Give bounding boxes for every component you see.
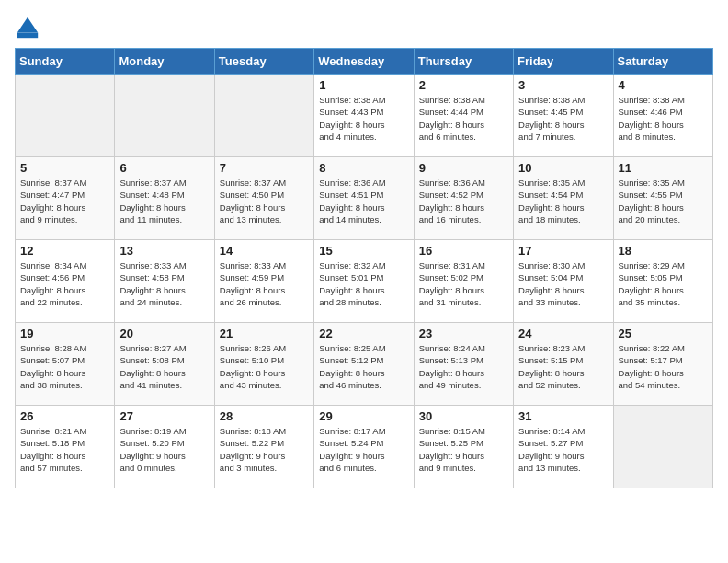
day-number: 21 bbox=[220, 327, 309, 340]
calendar-cell: 28Sunrise: 8:18 AM Sunset: 5:22 PM Dayli… bbox=[214, 406, 313, 488]
calendar-cell: 29Sunrise: 8:17 AM Sunset: 5:24 PM Dayli… bbox=[314, 406, 414, 488]
day-info: Sunrise: 8:38 AM Sunset: 4:46 PM Dayligh… bbox=[619, 94, 708, 143]
day-number: 9 bbox=[419, 161, 508, 175]
day-info: Sunrise: 8:33 AM Sunset: 4:59 PM Dayligh… bbox=[220, 259, 309, 308]
day-info: Sunrise: 8:38 AM Sunset: 4:43 PM Dayligh… bbox=[319, 94, 408, 143]
calendar-cell: 7Sunrise: 8:37 AM Sunset: 4:50 PM Daylig… bbox=[214, 157, 313, 240]
day-number: 24 bbox=[518, 327, 608, 340]
day-number: 20 bbox=[119, 327, 209, 340]
day-number: 27 bbox=[119, 409, 209, 423]
calendar-cell: 9Sunrise: 8:36 AM Sunset: 4:52 PM Daylig… bbox=[414, 157, 513, 240]
day-info: Sunrise: 8:14 AM Sunset: 5:27 PM Dayligh… bbox=[518, 425, 608, 474]
day-number: 31 bbox=[518, 409, 608, 423]
calendar-cell: 18Sunrise: 8:29 AM Sunset: 5:05 PM Dayli… bbox=[613, 240, 712, 323]
calendar-cell: 31Sunrise: 8:14 AM Sunset: 5:27 PM Dayli… bbox=[514, 406, 613, 488]
page-header bbox=[15, 15, 713, 40]
day-number: 13 bbox=[119, 244, 209, 258]
day-info: Sunrise: 8:17 AM Sunset: 5:24 PM Dayligh… bbox=[319, 425, 408, 474]
day-number: 26 bbox=[20, 409, 109, 423]
day-info: Sunrise: 8:18 AM Sunset: 5:22 PM Dayligh… bbox=[220, 425, 309, 474]
day-number: 22 bbox=[319, 327, 408, 340]
weekday-header-monday: Monday bbox=[115, 49, 214, 75]
day-info: Sunrise: 8:38 AM Sunset: 4:45 PM Dayligh… bbox=[518, 94, 608, 143]
day-number: 14 bbox=[220, 244, 309, 258]
day-number: 16 bbox=[419, 244, 508, 258]
calendar-cell: 16Sunrise: 8:31 AM Sunset: 5:02 PM Dayli… bbox=[414, 240, 513, 323]
calendar-cell: 30Sunrise: 8:15 AM Sunset: 5:25 PM Dayli… bbox=[414, 406, 513, 488]
day-info: Sunrise: 8:28 AM Sunset: 5:07 PM Dayligh… bbox=[20, 342, 109, 391]
calendar-week-row: 26Sunrise: 8:21 AM Sunset: 5:18 PM Dayli… bbox=[16, 406, 713, 488]
day-info: Sunrise: 8:37 AM Sunset: 4:47 PM Dayligh… bbox=[20, 177, 109, 225]
day-number: 19 bbox=[20, 327, 109, 340]
day-number: 11 bbox=[619, 161, 708, 175]
day-number: 8 bbox=[319, 161, 408, 175]
day-info: Sunrise: 8:23 AM Sunset: 5:15 PM Dayligh… bbox=[518, 342, 608, 391]
weekday-header-wednesday: Wednesday bbox=[314, 49, 414, 75]
calendar-cell: 1Sunrise: 8:38 AM Sunset: 4:43 PM Daylig… bbox=[314, 75, 414, 157]
calendar-cell: 17Sunrise: 8:30 AM Sunset: 5:04 PM Dayli… bbox=[514, 240, 613, 323]
calendar-cell: 10Sunrise: 8:35 AM Sunset: 4:54 PM Dayli… bbox=[514, 157, 613, 240]
calendar-cell: 26Sunrise: 8:21 AM Sunset: 5:18 PM Dayli… bbox=[16, 406, 115, 488]
svg-rect-2 bbox=[17, 33, 38, 39]
day-info: Sunrise: 8:31 AM Sunset: 5:02 PM Dayligh… bbox=[419, 259, 508, 308]
calendar-cell: 6Sunrise: 8:37 AM Sunset: 4:48 PM Daylig… bbox=[115, 157, 214, 240]
day-info: Sunrise: 8:19 AM Sunset: 5:20 PM Dayligh… bbox=[119, 425, 209, 474]
day-number: 29 bbox=[319, 409, 408, 423]
day-number: 18 bbox=[619, 244, 708, 258]
weekday-header-row: SundayMondayTuesdayWednesdayThursdayFrid… bbox=[16, 49, 713, 75]
day-number: 25 bbox=[619, 327, 708, 340]
day-info: Sunrise: 8:30 AM Sunset: 5:04 PM Dayligh… bbox=[518, 259, 608, 308]
day-number: 5 bbox=[20, 161, 109, 175]
day-info: Sunrise: 8:27 AM Sunset: 5:08 PM Dayligh… bbox=[119, 342, 209, 391]
calendar-cell: 19Sunrise: 8:28 AM Sunset: 5:07 PM Dayli… bbox=[16, 323, 115, 406]
day-info: Sunrise: 8:34 AM Sunset: 4:56 PM Dayligh… bbox=[20, 259, 109, 308]
calendar-cell: 2Sunrise: 8:38 AM Sunset: 4:44 PM Daylig… bbox=[414, 75, 513, 157]
weekday-header-friday: Friday bbox=[514, 49, 613, 75]
logo-icon bbox=[15, 15, 40, 40]
calendar-cell: 12Sunrise: 8:34 AM Sunset: 4:56 PM Dayli… bbox=[16, 240, 115, 323]
day-info: Sunrise: 8:26 AM Sunset: 5:10 PM Dayligh… bbox=[220, 342, 309, 391]
day-number: 10 bbox=[518, 161, 608, 175]
day-info: Sunrise: 8:24 AM Sunset: 5:13 PM Dayligh… bbox=[419, 342, 508, 391]
calendar-week-row: 19Sunrise: 8:28 AM Sunset: 5:07 PM Dayli… bbox=[16, 323, 713, 406]
calendar-cell: 13Sunrise: 8:33 AM Sunset: 4:58 PM Dayli… bbox=[115, 240, 214, 323]
day-number: 2 bbox=[419, 78, 508, 92]
day-number: 28 bbox=[220, 409, 309, 423]
calendar-cell: 11Sunrise: 8:35 AM Sunset: 4:55 PM Dayli… bbox=[613, 157, 712, 240]
calendar-cell bbox=[214, 75, 313, 157]
calendar-cell: 5Sunrise: 8:37 AM Sunset: 4:47 PM Daylig… bbox=[16, 157, 115, 240]
day-number: 17 bbox=[518, 244, 608, 258]
weekday-header-tuesday: Tuesday bbox=[214, 49, 313, 75]
day-info: Sunrise: 8:33 AM Sunset: 4:58 PM Dayligh… bbox=[119, 259, 209, 308]
weekday-header-saturday: Saturday bbox=[613, 49, 712, 75]
calendar-week-row: 12Sunrise: 8:34 AM Sunset: 4:56 PM Dayli… bbox=[16, 240, 713, 323]
calendar-cell: 21Sunrise: 8:26 AM Sunset: 5:10 PM Dayli… bbox=[214, 323, 313, 406]
day-number: 3 bbox=[518, 78, 608, 92]
calendar-cell bbox=[16, 75, 115, 157]
logo bbox=[15, 15, 44, 40]
day-info: Sunrise: 8:36 AM Sunset: 4:52 PM Dayligh… bbox=[419, 177, 508, 225]
day-info: Sunrise: 8:37 AM Sunset: 4:48 PM Dayligh… bbox=[119, 177, 209, 225]
calendar-table: SundayMondayTuesdayWednesdayThursdayFrid… bbox=[15, 48, 713, 488]
calendar-cell: 15Sunrise: 8:32 AM Sunset: 5:01 PM Dayli… bbox=[314, 240, 414, 323]
day-number: 7 bbox=[220, 161, 309, 175]
calendar-cell: 8Sunrise: 8:36 AM Sunset: 4:51 PM Daylig… bbox=[314, 157, 414, 240]
calendar-cell: 20Sunrise: 8:27 AM Sunset: 5:08 PM Dayli… bbox=[115, 323, 214, 406]
calendar-cell: 22Sunrise: 8:25 AM Sunset: 5:12 PM Dayli… bbox=[314, 323, 414, 406]
day-info: Sunrise: 8:37 AM Sunset: 4:50 PM Dayligh… bbox=[220, 177, 309, 225]
calendar-week-row: 5Sunrise: 8:37 AM Sunset: 4:47 PM Daylig… bbox=[16, 157, 713, 240]
calendar-week-row: 1Sunrise: 8:38 AM Sunset: 4:43 PM Daylig… bbox=[16, 75, 713, 157]
day-info: Sunrise: 8:36 AM Sunset: 4:51 PM Dayligh… bbox=[319, 177, 408, 225]
day-info: Sunrise: 8:29 AM Sunset: 5:05 PM Dayligh… bbox=[619, 259, 708, 308]
calendar-cell: 3Sunrise: 8:38 AM Sunset: 4:45 PM Daylig… bbox=[514, 75, 613, 157]
day-info: Sunrise: 8:32 AM Sunset: 5:01 PM Dayligh… bbox=[319, 259, 408, 308]
day-info: Sunrise: 8:22 AM Sunset: 5:17 PM Dayligh… bbox=[619, 342, 708, 391]
calendar-cell: 23Sunrise: 8:24 AM Sunset: 5:13 PM Dayli… bbox=[414, 323, 513, 406]
weekday-header-thursday: Thursday bbox=[414, 49, 513, 75]
calendar-cell: 27Sunrise: 8:19 AM Sunset: 5:20 PM Dayli… bbox=[115, 406, 214, 488]
calendar-cell: 14Sunrise: 8:33 AM Sunset: 4:59 PM Dayli… bbox=[214, 240, 313, 323]
day-number: 1 bbox=[319, 78, 408, 92]
day-number: 30 bbox=[419, 409, 508, 423]
calendar-cell: 24Sunrise: 8:23 AM Sunset: 5:15 PM Dayli… bbox=[514, 323, 613, 406]
day-number: 12 bbox=[20, 244, 109, 258]
